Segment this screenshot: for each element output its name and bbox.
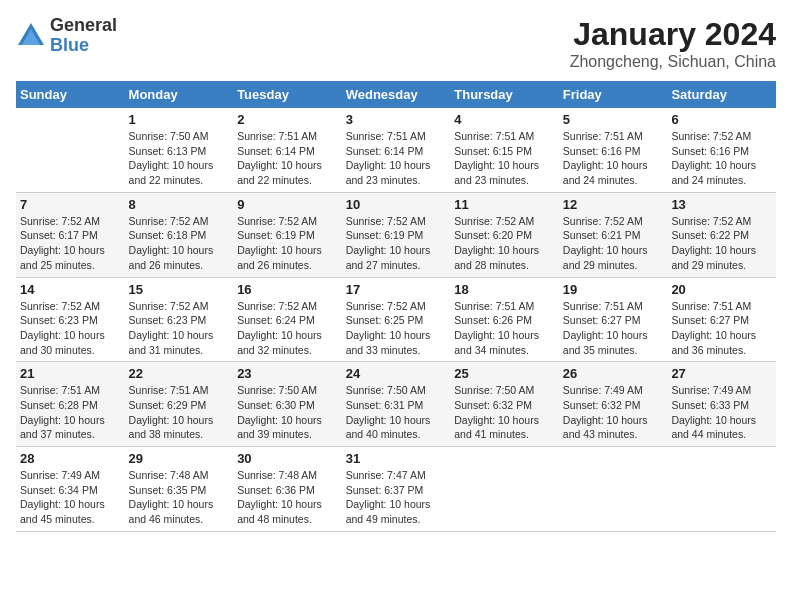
day-number: 17 [346, 282, 447, 297]
calendar-cell: 4Sunrise: 7:51 AM Sunset: 6:15 PM Daylig… [450, 108, 559, 192]
calendar-cell: 21Sunrise: 7:51 AM Sunset: 6:28 PM Dayli… [16, 362, 125, 447]
day-info: Sunrise: 7:52 AM Sunset: 6:19 PM Dayligh… [346, 214, 447, 273]
calendar-cell: 13Sunrise: 7:52 AM Sunset: 6:22 PM Dayli… [667, 192, 776, 277]
day-info: Sunrise: 7:51 AM Sunset: 6:27 PM Dayligh… [563, 299, 664, 358]
calendar-cell: 15Sunrise: 7:52 AM Sunset: 6:23 PM Dayli… [125, 277, 234, 362]
day-info: Sunrise: 7:52 AM Sunset: 6:17 PM Dayligh… [20, 214, 121, 273]
day-info: Sunrise: 7:52 AM Sunset: 6:22 PM Dayligh… [671, 214, 772, 273]
calendar-cell: 19Sunrise: 7:51 AM Sunset: 6:27 PM Dayli… [559, 277, 668, 362]
day-number: 3 [346, 112, 447, 127]
calendar-cell: 25Sunrise: 7:50 AM Sunset: 6:32 PM Dayli… [450, 362, 559, 447]
calendar-cell: 6Sunrise: 7:52 AM Sunset: 6:16 PM Daylig… [667, 108, 776, 192]
calendar-cell: 11Sunrise: 7:52 AM Sunset: 6:20 PM Dayli… [450, 192, 559, 277]
calendar-cell: 24Sunrise: 7:50 AM Sunset: 6:31 PM Dayli… [342, 362, 451, 447]
day-info: Sunrise: 7:52 AM Sunset: 6:20 PM Dayligh… [454, 214, 555, 273]
day-number: 26 [563, 366, 664, 381]
day-info: Sunrise: 7:51 AM Sunset: 6:26 PM Dayligh… [454, 299, 555, 358]
day-info: Sunrise: 7:51 AM Sunset: 6:14 PM Dayligh… [346, 129, 447, 188]
calendar-cell: 8Sunrise: 7:52 AM Sunset: 6:18 PM Daylig… [125, 192, 234, 277]
day-number: 2 [237, 112, 338, 127]
day-info: Sunrise: 7:48 AM Sunset: 6:35 PM Dayligh… [129, 468, 230, 527]
calendar-week-row: 21Sunrise: 7:51 AM Sunset: 6:28 PM Dayli… [16, 362, 776, 447]
calendar-cell [559, 447, 668, 532]
day-number: 10 [346, 197, 447, 212]
day-info: Sunrise: 7:51 AM Sunset: 6:15 PM Dayligh… [454, 129, 555, 188]
day-info: Sunrise: 7:50 AM Sunset: 6:13 PM Dayligh… [129, 129, 230, 188]
day-info: Sunrise: 7:52 AM Sunset: 6:25 PM Dayligh… [346, 299, 447, 358]
day-info: Sunrise: 7:49 AM Sunset: 6:34 PM Dayligh… [20, 468, 121, 527]
calendar-cell: 7Sunrise: 7:52 AM Sunset: 6:17 PM Daylig… [16, 192, 125, 277]
day-info: Sunrise: 7:50 AM Sunset: 6:32 PM Dayligh… [454, 383, 555, 442]
day-number: 15 [129, 282, 230, 297]
day-info: Sunrise: 7:51 AM Sunset: 6:29 PM Dayligh… [129, 383, 230, 442]
day-info: Sunrise: 7:52 AM Sunset: 6:23 PM Dayligh… [20, 299, 121, 358]
day-of-week-header: Sunday [16, 81, 125, 108]
calendar-cell: 27Sunrise: 7:49 AM Sunset: 6:33 PM Dayli… [667, 362, 776, 447]
day-number: 18 [454, 282, 555, 297]
logo-general: General [50, 16, 117, 36]
day-number: 24 [346, 366, 447, 381]
day-info: Sunrise: 7:52 AM Sunset: 6:16 PM Dayligh… [671, 129, 772, 188]
month-title: January 2024 [570, 16, 776, 53]
day-number: 7 [20, 197, 121, 212]
day-info: Sunrise: 7:52 AM Sunset: 6:21 PM Dayligh… [563, 214, 664, 273]
calendar-cell: 18Sunrise: 7:51 AM Sunset: 6:26 PM Dayli… [450, 277, 559, 362]
day-of-week-header: Friday [559, 81, 668, 108]
title-block: January 2024 Zhongcheng, Sichuan, China [570, 16, 776, 71]
calendar-cell: 1Sunrise: 7:50 AM Sunset: 6:13 PM Daylig… [125, 108, 234, 192]
day-number: 11 [454, 197, 555, 212]
calendar-cell [667, 447, 776, 532]
day-number: 31 [346, 451, 447, 466]
day-number: 27 [671, 366, 772, 381]
calendar-table: SundayMondayTuesdayWednesdayThursdayFrid… [16, 81, 776, 532]
day-of-week-header: Saturday [667, 81, 776, 108]
calendar-cell: 2Sunrise: 7:51 AM Sunset: 6:14 PM Daylig… [233, 108, 342, 192]
day-number: 5 [563, 112, 664, 127]
day-number: 12 [563, 197, 664, 212]
day-info: Sunrise: 7:51 AM Sunset: 6:14 PM Dayligh… [237, 129, 338, 188]
day-info: Sunrise: 7:52 AM Sunset: 6:19 PM Dayligh… [237, 214, 338, 273]
logo: General Blue [16, 16, 117, 56]
day-of-week-header: Tuesday [233, 81, 342, 108]
day-number: 29 [129, 451, 230, 466]
day-number: 6 [671, 112, 772, 127]
day-info: Sunrise: 7:51 AM Sunset: 6:27 PM Dayligh… [671, 299, 772, 358]
calendar-cell: 3Sunrise: 7:51 AM Sunset: 6:14 PM Daylig… [342, 108, 451, 192]
day-number: 19 [563, 282, 664, 297]
calendar-cell: 14Sunrise: 7:52 AM Sunset: 6:23 PM Dayli… [16, 277, 125, 362]
day-info: Sunrise: 7:52 AM Sunset: 6:18 PM Dayligh… [129, 214, 230, 273]
day-number: 16 [237, 282, 338, 297]
day-number: 1 [129, 112, 230, 127]
calendar-cell: 12Sunrise: 7:52 AM Sunset: 6:21 PM Dayli… [559, 192, 668, 277]
day-of-week-header: Monday [125, 81, 234, 108]
day-info: Sunrise: 7:50 AM Sunset: 6:31 PM Dayligh… [346, 383, 447, 442]
day-number: 28 [20, 451, 121, 466]
day-of-week-header: Wednesday [342, 81, 451, 108]
day-number: 8 [129, 197, 230, 212]
calendar-cell [450, 447, 559, 532]
calendar-week-row: 14Sunrise: 7:52 AM Sunset: 6:23 PM Dayli… [16, 277, 776, 362]
calendar-cell: 10Sunrise: 7:52 AM Sunset: 6:19 PM Dayli… [342, 192, 451, 277]
day-number: 20 [671, 282, 772, 297]
logo-blue: Blue [50, 36, 117, 56]
day-number: 23 [237, 366, 338, 381]
day-info: Sunrise: 7:51 AM Sunset: 6:16 PM Dayligh… [563, 129, 664, 188]
day-info: Sunrise: 7:50 AM Sunset: 6:30 PM Dayligh… [237, 383, 338, 442]
day-info: Sunrise: 7:48 AM Sunset: 6:36 PM Dayligh… [237, 468, 338, 527]
day-number: 30 [237, 451, 338, 466]
day-number: 9 [237, 197, 338, 212]
calendar-cell: 22Sunrise: 7:51 AM Sunset: 6:29 PM Dayli… [125, 362, 234, 447]
day-info: Sunrise: 7:52 AM Sunset: 6:24 PM Dayligh… [237, 299, 338, 358]
day-number: 14 [20, 282, 121, 297]
logo-text: General Blue [50, 16, 117, 56]
day-info: Sunrise: 7:52 AM Sunset: 6:23 PM Dayligh… [129, 299, 230, 358]
calendar-cell: 23Sunrise: 7:50 AM Sunset: 6:30 PM Dayli… [233, 362, 342, 447]
calendar-cell: 17Sunrise: 7:52 AM Sunset: 6:25 PM Dayli… [342, 277, 451, 362]
calendar-cell: 9Sunrise: 7:52 AM Sunset: 6:19 PM Daylig… [233, 192, 342, 277]
day-info: Sunrise: 7:49 AM Sunset: 6:32 PM Dayligh… [563, 383, 664, 442]
calendar-cell: 5Sunrise: 7:51 AM Sunset: 6:16 PM Daylig… [559, 108, 668, 192]
day-number: 4 [454, 112, 555, 127]
calendar-cell: 31Sunrise: 7:47 AM Sunset: 6:37 PM Dayli… [342, 447, 451, 532]
day-number: 25 [454, 366, 555, 381]
calendar-cell: 30Sunrise: 7:48 AM Sunset: 6:36 PM Dayli… [233, 447, 342, 532]
